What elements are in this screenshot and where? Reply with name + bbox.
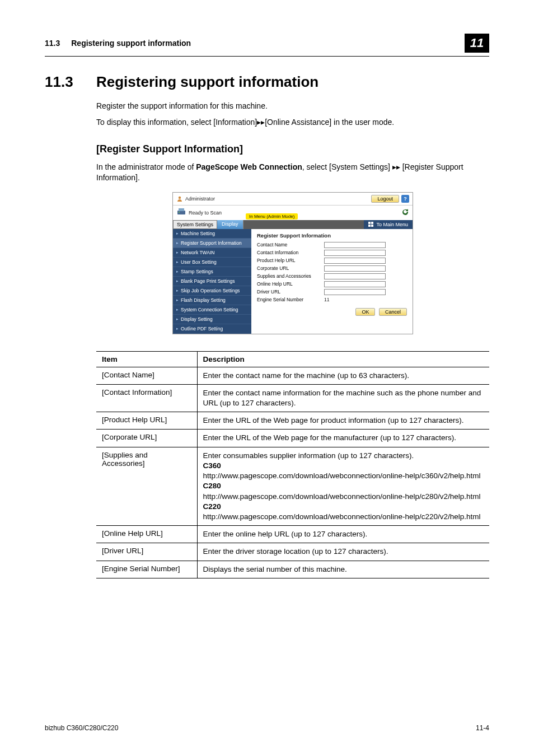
label-online-help: Online Help URL bbox=[257, 281, 324, 287]
table-row: [Corporate URL]Enter the URL of the Web … bbox=[96, 430, 489, 447]
svg-rect-6 bbox=[368, 225, 371, 227]
cell-item: [Supplies and Accessories] bbox=[96, 447, 197, 526]
nav-label: Display Setting bbox=[181, 316, 213, 322]
printer-status-icon bbox=[176, 207, 186, 218]
cell-item: [Product Help URL] bbox=[96, 412, 197, 430]
svg-point-0 bbox=[179, 196, 181, 198]
nav-label: Outline PDF Setting bbox=[181, 326, 223, 332]
cell-item: [Online Help URL] bbox=[96, 526, 197, 543]
nav-system-connection[interactable]: ▸System Connection Setting bbox=[173, 305, 251, 315]
header-section-title: Registering support information bbox=[71, 39, 465, 48]
cell-desc: Enter the contact name for the machine (… bbox=[197, 367, 489, 384]
nav-skip-job[interactable]: ▸Skip Job Operation Settings bbox=[173, 286, 251, 296]
nav-label: Network TWAIN bbox=[181, 250, 214, 255]
admin-label: Administrator bbox=[185, 196, 215, 202]
header-section-number: 11.3 bbox=[45, 39, 60, 48]
help-icon[interactable]: ? bbox=[401, 195, 409, 203]
nav-label: Machine Setting bbox=[181, 231, 215, 236]
refresh-icon[interactable] bbox=[401, 208, 409, 217]
label-corporate-url: Corporate URL bbox=[257, 265, 324, 271]
nav-flash-display[interactable]: ▸Flash Display Setting bbox=[173, 296, 251, 305]
svg-point-3 bbox=[179, 212, 180, 213]
page-footer: bizhub C360/C280/C220 11-4 bbox=[45, 724, 489, 732]
nav-display-setting[interactable]: ▸Display Setting bbox=[173, 315, 251, 324]
nav-machine-setting[interactable]: ▸Machine Setting bbox=[173, 229, 251, 239]
sub-intro-bold: PageScope Web Connection bbox=[196, 162, 302, 171]
nav-label: Skip Job Operation Settings bbox=[181, 288, 240, 293]
label-contact-name: Contact Name bbox=[257, 242, 324, 248]
main-menu-icon bbox=[368, 222, 374, 227]
nav-network-twain[interactable]: ▸Network TWAIN bbox=[173, 248, 251, 258]
label-driver-url: Driver URL bbox=[257, 289, 324, 295]
logout-button[interactable]: Logout bbox=[371, 195, 399, 203]
value-serial: 11 bbox=[324, 297, 329, 302]
display-button[interactable]: Display bbox=[217, 220, 243, 229]
label-supplies: Supplies and Accessories bbox=[257, 273, 324, 279]
web-connection-screenshot: Administrator Logout ? Ready to Scan In … bbox=[172, 192, 413, 334]
heading-number: 11.3 bbox=[45, 73, 96, 91]
svg-rect-5 bbox=[371, 222, 373, 224]
input-supplies[interactable] bbox=[324, 273, 386, 279]
cell-item: [Engine Serial Number] bbox=[96, 561, 197, 578]
nav-blank-page[interactable]: ▸Blank Page Print Settings bbox=[173, 277, 251, 286]
input-corporate-url[interactable] bbox=[324, 265, 386, 272]
nav-label: Flash Display Setting bbox=[181, 297, 226, 303]
cell-desc: Enter the driver storage location (up to… bbox=[197, 543, 489, 561]
col-head-item: Item bbox=[96, 351, 197, 367]
sub-intro: In the administrator mode of PageScope W… bbox=[96, 162, 489, 183]
settings-select[interactable]: System Settings bbox=[173, 220, 217, 229]
label-contact-info: Contact Information bbox=[257, 250, 324, 255]
input-driver-url[interactable] bbox=[324, 289, 386, 295]
running-header: 11.3 Registering support information 11 bbox=[45, 34, 489, 57]
cell-item: [Driver URL] bbox=[96, 543, 197, 561]
label-product-help: Product Help URL bbox=[257, 258, 324, 263]
nav-outline-pdf[interactable]: ▸Outline PDF Setting bbox=[173, 324, 251, 334]
input-contact-name[interactable] bbox=[324, 242, 386, 248]
main-menu-label: To Main Menu bbox=[376, 222, 408, 227]
nav-label: Register Support Information bbox=[181, 240, 242, 246]
sub-heading: [Register Support Information] bbox=[96, 143, 489, 155]
cancel-button[interactable]: Cancel bbox=[379, 308, 407, 316]
main-menu-button[interactable]: To Main Menu bbox=[364, 220, 413, 229]
table-row: [Online Help URL]Enter the online help U… bbox=[96, 526, 489, 543]
cell-desc: Enter the URL of the Web page for the ma… bbox=[197, 430, 489, 447]
sidebar-nav: ▸Machine Setting ▸Register Support Infor… bbox=[173, 229, 251, 334]
input-online-help[interactable] bbox=[324, 281, 386, 287]
col-head-desc: Description bbox=[197, 351, 489, 367]
form-title: Register Support Information bbox=[257, 232, 407, 239]
nav-label: Blank Page Print Settings bbox=[181, 278, 235, 284]
table-row: [Driver URL]Enter the driver storage loc… bbox=[96, 543, 489, 561]
table-row: [Engine Serial Number]Displays the seria… bbox=[96, 561, 489, 578]
svg-rect-7 bbox=[371, 225, 373, 227]
page-title: 11.3 Registering support information bbox=[45, 73, 489, 91]
intro-paragraph-1: Register the support information for thi… bbox=[96, 101, 489, 111]
table-row: [Contact Name]Enter the contact name for… bbox=[96, 367, 489, 384]
mode-indicator: In Menu (Admin Mode) bbox=[246, 213, 298, 220]
cell-desc: Enter the URL of the Web page for produc… bbox=[197, 412, 489, 430]
cell-desc: Enter the online help URL (up to 127 cha… bbox=[197, 526, 489, 543]
input-product-help[interactable] bbox=[324, 258, 386, 264]
table-row: [Supplies and Accessories]Enter consumab… bbox=[96, 447, 489, 526]
nav-register-support[interactable]: ▸Register Support Information bbox=[173, 239, 251, 248]
nav-user-box[interactable]: ▸User Box Setting bbox=[173, 258, 251, 267]
nav-label: System Connection Setting bbox=[181, 307, 238, 312]
nav-label: User Box Setting bbox=[181, 259, 217, 265]
ok-button[interactable]: OK bbox=[355, 308, 375, 316]
heading-text: Registering support information bbox=[96, 73, 318, 91]
table-row: [Product Help URL]Enter the URL of the W… bbox=[96, 412, 489, 430]
label-serial: Engine Serial Number bbox=[257, 297, 324, 302]
svg-rect-1 bbox=[177, 211, 185, 214]
nav-stamp[interactable]: ▸Stamp Settings bbox=[173, 267, 251, 277]
cell-item: [Contact Information] bbox=[96, 384, 197, 412]
footer-right: 11-4 bbox=[476, 724, 489, 732]
status-text: Ready to Scan bbox=[189, 210, 222, 216]
sub-intro-a: In the administrator mode of bbox=[96, 162, 196, 171]
cell-item: [Contact Name] bbox=[96, 367, 197, 384]
form-panel: Register Support Information Contact Nam… bbox=[251, 229, 413, 334]
intro-paragraph-2: To display this information, select [Inf… bbox=[96, 117, 489, 128]
description-table: Item Description [Contact Name]Enter the… bbox=[96, 351, 489, 578]
cell-desc: Enter the contact name information for t… bbox=[197, 384, 489, 412]
input-contact-info[interactable] bbox=[324, 250, 386, 256]
cell-desc: Enter consumables supplier information (… bbox=[197, 447, 489, 526]
cell-desc: Displays the serial number of this machi… bbox=[197, 561, 489, 578]
